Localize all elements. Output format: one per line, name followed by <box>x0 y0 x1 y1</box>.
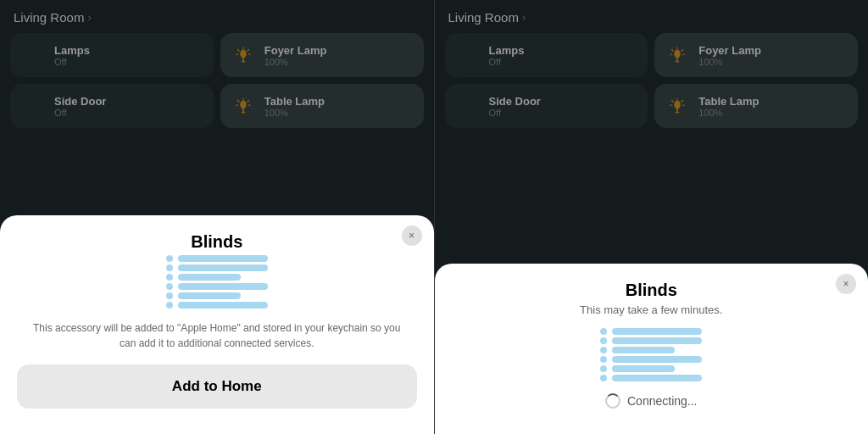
blind-bar <box>178 264 268 271</box>
blind-row <box>166 274 268 281</box>
blind-bar <box>612 337 702 344</box>
modal: × Blinds This may take a few minutes. <box>435 264 869 434</box>
modal-title: Blinds <box>452 281 852 300</box>
spinner-icon <box>605 393 620 409</box>
blind-dot <box>166 292 173 299</box>
blind-dot <box>600 375 607 381</box>
modal-close-button[interactable]: × <box>402 225 422 246</box>
modal-description: This accessory will be added to "Apple H… <box>17 320 417 351</box>
blind-dot <box>166 274 173 281</box>
blind-dot <box>166 283 173 290</box>
modal-overlay: × Blinds This may take a few minutes. <box>435 0 869 434</box>
modal-subtitle: This may take a few minutes. <box>452 303 852 316</box>
blind-dot <box>166 302 173 309</box>
blind-row <box>166 255 268 262</box>
blind-dot <box>166 255 173 262</box>
blind-row <box>166 292 268 299</box>
blind-dot <box>166 264 173 271</box>
blind-row <box>166 264 268 271</box>
blind-row <box>166 283 268 290</box>
modal-title: Blinds <box>17 232 417 252</box>
blind-bar <box>612 375 702 381</box>
blind-row <box>166 302 268 309</box>
panel-left: Living Room › Lamps O <box>0 0 435 434</box>
blind-bar <box>612 328 702 335</box>
add-to-home-button[interactable]: Add to Home <box>17 364 417 409</box>
connecting-status: Connecting... <box>452 393 852 409</box>
blind-bar <box>612 356 702 363</box>
blind-bar <box>178 274 241 281</box>
blind-row <box>600 347 702 353</box>
modal-overlay: × Blinds <box>0 0 434 434</box>
blind-bar <box>178 255 268 262</box>
blind-bar <box>178 302 268 309</box>
blind-bar <box>178 283 268 290</box>
blind-dot <box>600 365 607 372</box>
panel-right: Living Room › Lamps O <box>435 0 869 434</box>
blind-dot <box>600 328 607 335</box>
blind-bar <box>612 365 675 372</box>
connecting-label: Connecting... <box>627 394 698 408</box>
blind-bar <box>612 347 675 353</box>
blinds-illustration <box>166 255 268 309</box>
blind-dot <box>600 356 607 363</box>
blind-row <box>600 375 702 381</box>
blind-bar <box>178 292 241 299</box>
blind-row <box>600 337 702 344</box>
blind-dot <box>600 337 607 344</box>
modal: × Blinds <box>0 215 434 434</box>
blind-row <box>600 365 702 372</box>
blind-dot <box>600 347 607 353</box>
blind-row <box>600 356 702 363</box>
blinds-illustration <box>600 328 702 381</box>
blind-row <box>600 328 702 335</box>
modal-close-button[interactable]: × <box>836 274 856 294</box>
